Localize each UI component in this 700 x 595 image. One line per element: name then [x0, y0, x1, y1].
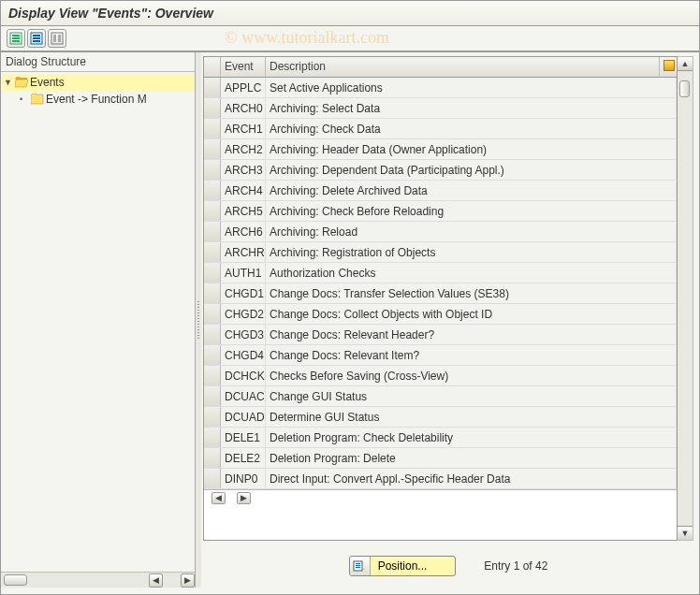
table-row[interactable]: AUTH1Authorization Checks [204, 263, 677, 283]
table-row[interactable]: ARCH4Archiving: Delete Archived Data [204, 181, 677, 201]
table-row[interactable]: APPLCSet Active Applications [204, 78, 677, 98]
row-selector[interactable] [204, 325, 221, 344]
cell-event: CHGD1 [221, 283, 266, 303]
table-row[interactable]: CHGD2Change Docs: Collect Objects with O… [204, 304, 677, 325]
table-row[interactable]: DELE1Deletion Program: Check Deletabilit… [204, 428, 677, 448]
row-selector[interactable] [204, 201, 221, 221]
scroll-left-icon[interactable]: ◀ [211, 492, 226, 504]
cell-event: ARCH4 [221, 181, 266, 200]
cell-event: ARCH0 [221, 98, 266, 118]
table-row[interactable]: DCUADDetermine GUI Status [204, 407, 677, 428]
cell-event: DCHCK [221, 366, 266, 385]
cell-description: Archiving: Select Data [266, 98, 677, 118]
cell-event: AUTH1 [221, 263, 266, 283]
table-header-row: Event Description [204, 57, 677, 78]
position-button[interactable]: Position... [349, 556, 457, 576]
column-selector[interactable] [204, 57, 221, 77]
cell-description: Archiving: Delete Archived Data [266, 181, 677, 200]
tree-toggle-icon[interactable]: ▼ [4, 78, 13, 87]
svg-rect-9 [53, 35, 56, 42]
main-area: Dialog Structure ▼ Events • Event -> Fun… [1, 52, 699, 588]
svg-rect-10 [58, 35, 61, 42]
scroll-right-icon[interactable]: ▶ [237, 492, 251, 504]
scroll-down-icon[interactable]: ▼ [678, 526, 693, 540]
folder-icon [31, 94, 44, 105]
tree-item-event-function[interactable]: • Event -> Function M [1, 91, 195, 108]
table-row[interactable]: ARCH5Archiving: Check Before Reloading [204, 201, 677, 222]
table-row[interactable]: CHGD4Change Docs: Relevant Item? [204, 345, 677, 366]
table-row[interactable]: DCHCKChecks Before Saving (Cross-View) [204, 366, 677, 386]
table-row[interactable]: ARCHRArchiving: Registration of Objects [204, 242, 677, 263]
row-selector[interactable] [204, 242, 221, 262]
cell-description: Direct Input: Convert Appl.-Specific Hea… [266, 469, 677, 488]
table-row[interactable]: DINP0Direct Input: Convert Appl.-Specifi… [204, 469, 677, 489]
row-selector[interactable] [204, 407, 221, 427]
scroll-left-icon[interactable]: ◀ [149, 573, 163, 588]
cell-description: Checks Before Saving (Cross-View) [266, 366, 677, 385]
cell-event: ARCHR [221, 242, 266, 262]
cell-event: APPLC [221, 78, 266, 97]
table-row[interactable]: ARCH0Archiving: Select Data [204, 98, 677, 119]
row-selector[interactable] [204, 78, 221, 97]
row-selector[interactable] [204, 428, 221, 447]
row-selector[interactable] [204, 366, 221, 385]
column-header-event[interactable]: Event [221, 57, 266, 77]
cell-event: CHGD2 [221, 304, 266, 324]
footer: Position... Entry 1 of 42 [203, 541, 693, 584]
table-row[interactable]: ARCH3Archiving: Dependent Data (Particip… [204, 160, 677, 181]
dialog-structure-panel: Dialog Structure ▼ Events • Event -> Fun… [1, 52, 196, 588]
scrollbar-thumb[interactable] [4, 574, 27, 586]
table-row[interactable]: ARCH2Archiving: Header Data (Owner Appli… [204, 139, 677, 160]
row-selector[interactable] [204, 304, 221, 324]
table-settings-button[interactable] [660, 57, 677, 77]
cell-description: Archiving: Check Before Reloading [266, 201, 677, 221]
row-selector[interactable] [204, 263, 221, 283]
tree-label: Event -> Function M [46, 93, 147, 106]
row-selector[interactable] [204, 181, 221, 200]
column-header-description[interactable]: Description [266, 57, 660, 77]
row-selector[interactable] [204, 345, 221, 365]
tree-item-events[interactable]: ▼ Events [1, 74, 195, 91]
table-row[interactable]: ARCH1Archiving: Check Data [204, 119, 677, 139]
position-button-label: Position... [378, 559, 428, 573]
table-horizontal-scrollbar[interactable]: ◀ ▶ [204, 489, 677, 505]
entry-status: Entry 1 of 42 [484, 559, 547, 573]
row-selector[interactable] [204, 160, 221, 180]
scrollbar-track[interactable] [678, 71, 693, 526]
cell-event: ARCH3 [221, 160, 266, 180]
collapse-all-button[interactable] [27, 29, 46, 48]
row-selector[interactable] [204, 448, 221, 468]
cell-description: Deletion Program: Check Deletability [266, 428, 677, 447]
row-selector[interactable] [204, 119, 221, 138]
select-columns-button[interactable] [48, 29, 66, 48]
row-selector[interactable] [204, 469, 221, 488]
row-selector[interactable] [204, 222, 221, 241]
row-selector[interactable] [204, 98, 221, 118]
cell-description: Authorization Checks [266, 263, 677, 283]
scrollbar-thumb[interactable] [679, 80, 690, 97]
cell-event: DELE1 [221, 428, 266, 447]
scroll-right-icon[interactable]: ▶ [181, 573, 195, 588]
expand-all-button[interactable] [7, 29, 25, 48]
scroll-up-icon[interactable]: ▲ [678, 57, 693, 71]
cell-event: DCUAD [221, 407, 266, 427]
row-selector[interactable] [204, 283, 221, 303]
cell-description: Change Docs: Relevant Item? [266, 345, 677, 365]
table-vertical-scrollbar[interactable]: ▲ ▼ [678, 56, 693, 541]
sidebar-horizontal-scrollbar[interactable]: ◀ ▶ [1, 572, 195, 588]
cell-description: Change Docs: Collect Objects with Object… [266, 304, 677, 324]
cell-description: Set Active Applications [266, 78, 677, 97]
table-row[interactable]: CHGD1Change Docs: Transfer Selection Val… [204, 283, 677, 304]
cell-event: DINP0 [221, 469, 266, 488]
cell-description: Archiving: Reload [266, 222, 677, 241]
table-settings-icon [664, 60, 675, 71]
table-row[interactable]: DCUACChange GUI Status [204, 386, 677, 407]
cell-description: Change Docs: Relevant Header? [266, 325, 677, 344]
table-row[interactable]: CHGD3Change Docs: Relevant Header? [204, 325, 677, 345]
dialog-structure-tree[interactable]: ▼ Events • Event -> Function M [1, 72, 195, 572]
row-selector[interactable] [204, 386, 221, 406]
table-row[interactable]: DELE2Deletion Program: Delete [204, 448, 677, 469]
table-row[interactable]: ARCH6Archiving: Reload [204, 222, 677, 242]
svg-rect-3 [12, 40, 20, 42]
row-selector[interactable] [204, 139, 221, 159]
